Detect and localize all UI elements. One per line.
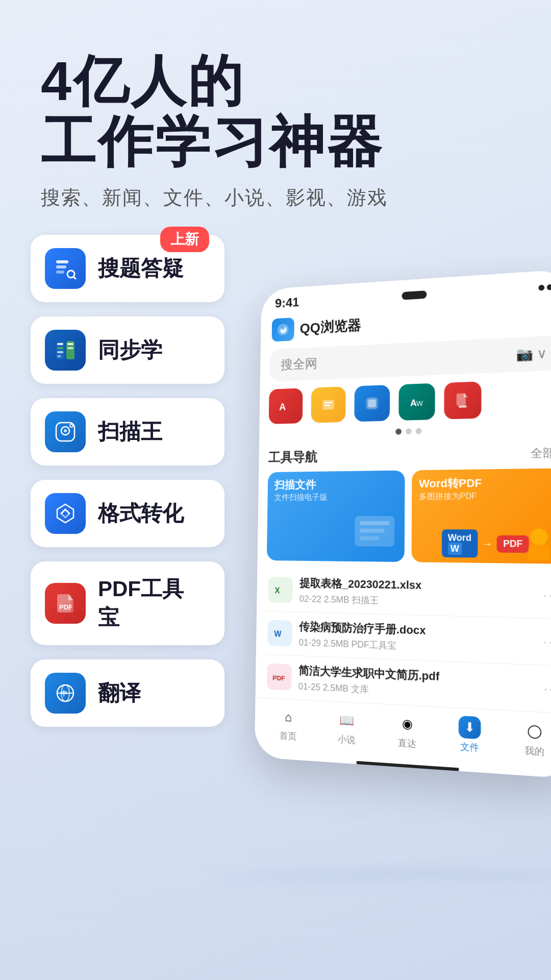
phone-mockup: 9:41 ●● QQ浏览器 搜全网 📷 ∨ A [255,269,551,779]
hero-section: 4亿人的 工作学习神器 搜索、新闻、文件、小说、影视、游戏 [0,0,551,231]
svg-line-4 [73,277,76,279]
tool-nav-title: 工具导航 [268,448,317,466]
feature-label-scan-king: 扫描王 [98,418,162,446]
svg-rect-29 [322,400,334,410]
nav-label-novel: 小说 [338,733,356,746]
hero-subtitle: 搜索、新闻、文件、小说、影视、游戏 [41,185,510,211]
file-list: X 提取表格_20230221.xlsx 02-22 2.5MB 扫描王 ···… [255,568,551,714]
app-icon-1[interactable]: A [269,388,303,424]
feature-item-translate[interactable]: 中 翻译 [31,659,224,727]
app-icon-5[interactable] [444,381,481,419]
sync-learn-icon [45,330,86,371]
search-placeholder: 搜全网 [281,355,317,373]
dot-1 [395,429,402,435]
svg-rect-43 [528,545,550,561]
app-icon-3[interactable] [354,385,390,422]
signal-icons: ●● [537,278,551,295]
feature-item-sync-learn[interactable]: 同步学 [31,316,224,384]
svg-rect-41 [360,536,380,541]
word-pdf-card[interactable]: Word转PDF 多图拼接为PDF Word W → PDF [412,468,551,564]
scan-card-text: 扫描文件 文件扫描电子版 [274,477,328,503]
file-name-0: 提取表格_20230221.xlsx [299,576,535,596]
feature-label-pdf-tool: PDF工具宝 [98,575,204,632]
browser-title: QQ浏览器 [299,316,361,338]
features-section: 上新 搜题答疑 同步学 [31,235,224,727]
hero-title-line1: 4亿人的 [41,50,245,112]
feature-item-search-qa[interactable]: 上新 搜题答疑 [31,235,224,302]
feature-item-format-convert[interactable]: 格式转化 [31,480,224,547]
file-icon-nav: ⬇ [459,716,481,739]
feature-label-sync-learn: 同步学 [98,336,162,364]
svg-point-17 [70,425,72,427]
svg-rect-1 [56,265,66,268]
file-more-icon-0[interactable]: ··· [543,586,551,604]
nav-label-direct: 直达 [398,737,416,750]
svg-point-42 [531,529,548,546]
file-info-0: 提取表格_20230221.xlsx 02-22 2.5MB 扫描王 [299,576,536,610]
tool-nav-all[interactable]: 全部 › [531,445,551,461]
svg-text:中: 中 [61,690,67,697]
nav-item-profile[interactable]: ◯ 我的 [523,719,546,758]
svg-rect-30 [324,402,332,403]
scan-tool-card[interactable]: 扫描文件 文件扫描电子版 [267,470,405,562]
file-meta-0: 02-22 2.5MB 扫描王 [299,593,536,610]
svg-rect-8 [57,351,63,353]
new-badge: 上新 [160,227,209,252]
file-info-1: 传染病预防治疗手册.docx 01-29 2.5MB PDF工具宝 [299,619,536,657]
file-item-0[interactable]: X 提取表格_20230221.xlsx 02-22 2.5MB 扫描王 ··· [264,568,551,619]
novel-icon: 📖 [336,709,357,732]
svg-rect-11 [67,343,73,345]
tool-cards-row: 扫描文件 文件扫描电子版 Word转PDF 多图拼接为PDF Word W → … [257,468,551,573]
nav-item-direct[interactable]: ◉ 直达 [396,713,418,750]
svg-rect-6 [57,343,63,345]
feature-item-scan-king[interactable]: 扫描王 [31,398,224,465]
app-icon-4[interactable]: A W [398,383,435,421]
svg-rect-31 [324,405,330,406]
file-more-icon-2[interactable]: ··· [543,680,551,698]
svg-text:W: W [274,629,282,639]
file-info-2: 简洁大学生求职中文简历.pdf 01-25 2.5MB 文库 [298,663,536,704]
svg-rect-39 [360,521,389,525]
excel-icon: X [268,577,293,603]
phone-shadow [214,868,551,889]
svg-text:W: W [416,400,423,408]
nav-item-file[interactable]: ⬇ 文件 [459,716,481,754]
format-convert-icon [45,493,86,534]
phone-notch [402,290,427,300]
feature-label-format-convert: 格式转化 [98,499,184,528]
translate-icon: 中 [45,673,86,714]
svg-rect-33 [368,399,376,407]
svg-rect-37 [459,405,467,407]
app-icon-2[interactable] [311,386,345,423]
app-icons-row: A A W [259,378,551,432]
svg-text:X: X [274,586,280,595]
pdf-tool-icon: PDF [45,583,86,624]
svg-rect-2 [56,271,64,274]
tool-nav-all-label: 全部 [531,445,551,461]
svg-text:PDF: PDF [59,603,72,611]
svg-text:A: A [279,402,286,412]
time-display: 9:41 [275,295,299,311]
feature-item-pdf-tool[interactable]: PDF PDF工具宝 [31,561,224,645]
search-qa-icon [45,248,86,289]
nav-label-home: 首页 [280,729,297,743]
nav-item-home[interactable]: ⌂ 首页 [278,706,298,743]
svg-point-15 [64,429,67,432]
qq-browser-logo [272,317,294,341]
word-card-subtitle: 多图拼接为PDF [419,491,482,502]
svg-marker-18 [57,504,73,523]
feature-label-translate: 翻译 [98,679,141,707]
word-badge: Word W [441,529,478,557]
scan-king-icon [45,411,86,452]
home-icon: ⌂ [278,706,298,728]
file-more-icon-1[interactable]: ··· [543,633,551,651]
feature-label-search-qa: 搜题答疑 [98,254,184,283]
hero-title: 4亿人的 工作学习神器 [41,51,510,173]
svg-rect-12 [67,347,73,349]
nav-label-profile: 我的 [524,744,544,758]
camera-icon[interactable]: 📷 ∨ [516,345,547,362]
nav-item-novel[interactable]: 📖 小说 [336,709,357,746]
dot-2 [406,428,412,434]
nav-label-file: 文件 [460,740,479,754]
svg-rect-40 [360,529,385,533]
